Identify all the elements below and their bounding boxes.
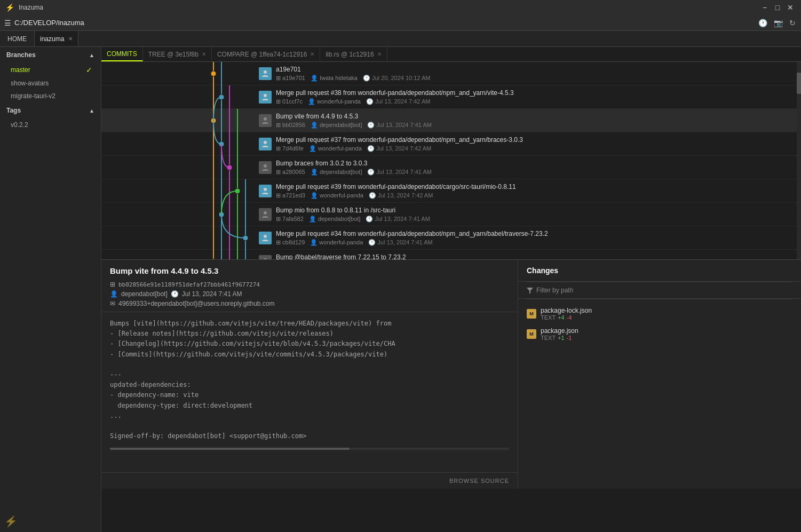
changes-panel: Changes Filter by path M package-lock.js…	[518, 260, 801, 489]
commit-date-5: 🕐 Jul 13, 2024 7:42 AM	[369, 192, 433, 199]
subtab-tree-label: TREE @ 3e15f8b	[148, 51, 199, 58]
commit-meta-0: ⊞ a19e701 👤 Iwata hidetaka 🕐 Jul 20, 202…	[276, 75, 797, 82]
tab-inazuma-close[interactable]: ✕	[68, 36, 73, 42]
commit-detail-hash-row: ⊞ bb028566e91e1189f51defaf27bbb461f96772…	[110, 281, 509, 288]
maximize-button[interactable]: □	[772, 2, 783, 13]
commit-title-1: Merge pull request #38 from wonderful-pa…	[276, 89, 797, 97]
change-item-0[interactable]: M package-lock.json TEXT +4 -4	[518, 304, 801, 324]
commit-author-2: 👤 dependabot[bot]	[311, 122, 362, 129]
refresh-icon[interactable]: ↻	[788, 18, 797, 28]
branch-master-check-icon: ✓	[86, 66, 92, 74]
subtab-compare[interactable]: COMPARE @ 1ffea74-1c12916 ✕	[212, 47, 321, 61]
minimize-button[interactable]: −	[759, 2, 770, 13]
commit-row-7[interactable]: Merge pull request #34 from wonderful-pa…	[101, 226, 801, 250]
camera-icon[interactable]: 📷	[773, 18, 784, 28]
history-icon[interactable]: 🕐	[757, 18, 768, 28]
tab-home[interactable]: HOME	[0, 31, 35, 46]
author-icon: 👤	[110, 290, 118, 298]
close-button[interactable]: ✕	[785, 2, 796, 13]
branch-master[interactable]: master ✓	[0, 63, 101, 77]
tab-inazuma[interactable]: inazuma ✕	[35, 31, 78, 46]
commit-row-3[interactable]: Merge pull request #37 from wonderful-pa…	[101, 132, 801, 156]
commit-info-1: Merge pull request #38 from wonderful-pa…	[276, 89, 797, 105]
commit-hash-6: ⊞ 7afa582	[276, 216, 304, 223]
change-type-label-0: TEXT	[541, 314, 556, 321]
commit-row-2[interactable]: Bump vite from 4.4.9 to 4.5.3 ⊞ bb02856 …	[101, 109, 801, 132]
commit-avatar-6	[259, 208, 272, 221]
changes-header: Changes	[518, 260, 801, 282]
commit-title-3: Merge pull request #37 from wonderful-pa…	[276, 136, 797, 144]
branches-section-header[interactable]: Branches ▲	[0, 47, 101, 63]
commit-meta-2: ⊞ bb02856 👤 dependabot[bot] 🕐 Jul 13, 20…	[276, 122, 797, 129]
commit-detail-email: 49699333+dependabot[bot]@users.noreply.g…	[118, 300, 275, 307]
change-item-1[interactable]: M package.json TEXT +1 -1	[518, 324, 801, 344]
email-icon: ✉	[110, 300, 115, 307]
change-file-info-0: package-lock.json TEXT +4 -4	[541, 307, 792, 321]
commit-meta-5: ⊞ a721ed3 👤 wonderful-panda 🕐 Jul 13, 20…	[276, 192, 797, 199]
subtab-librs[interactable]: lib.rs @ 1c12916 ✕	[320, 47, 387, 61]
commit-info-4: Bump braces from 3.0.2 to 3.0.3 ⊞ a28006…	[276, 160, 797, 176]
commits-scrollbar-thumb[interactable]	[797, 73, 801, 94]
commit-row-5[interactable]: Merge pull request #39 from wonderful-pa…	[101, 179, 801, 203]
commit-date-4: 🕐 Jul 13, 2024 7:41 AM	[367, 169, 431, 176]
branch-show-avatars[interactable]: show-avatars	[0, 77, 101, 90]
change-deletions-1: -1	[567, 335, 572, 341]
commit-row-6[interactable]: Bump mio from 0.8.8 to 0.8.11 in /src-ta…	[101, 203, 801, 226]
commit-row-4[interactable]: Bump braces from 3.0.2 to 3.0.3 ⊞ a28006…	[101, 156, 801, 179]
tag-v0.2.2[interactable]: v0.2.2	[0, 118, 101, 131]
commit-avatar-1	[259, 91, 272, 104]
commit-info-7: Merge pull request #34 from wonderful-pa…	[276, 230, 797, 246]
commit-hash-2: ⊞ bb02856	[276, 122, 305, 129]
svg-point-19	[264, 188, 267, 191]
subtab-librs-close[interactable]: ✕	[377, 51, 382, 57]
tags-section-header[interactable]: Tags ▲	[0, 102, 101, 118]
commit-author-7: 👤 wonderful-panda	[310, 239, 363, 246]
tab-bar: HOME inazuma ✕	[0, 31, 801, 47]
commit-detail-body: Bumps [vite](https://github.com/vitejs/v…	[101, 312, 518, 472]
commit-info-2: Bump vite from 4.4.9 to 4.5.3 ⊞ bb02856 …	[276, 113, 797, 129]
hamburger-icon[interactable]: ☰	[4, 19, 11, 27]
tags-label: Tags	[6, 107, 21, 114]
commit-avatar-0	[259, 67, 272, 80]
commit-info-8: Bump @babel/traverse from 7.22.15 to 7.2…	[276, 253, 797, 260]
filter-label: Filter by path	[536, 287, 573, 294]
commit-title-8: Bump @babel/traverse from 7.22.15 to 7.2…	[276, 253, 797, 260]
commit-author-4: 👤 dependabot[bot]	[311, 169, 362, 176]
subtab-commits[interactable]: COMMITS	[101, 47, 143, 61]
subtab-compare-close[interactable]: ✕	[310, 51, 314, 57]
subtab-bar: COMMITS TREE @ 3e15f8b ✕ COMPARE @ 1ffea…	[101, 47, 801, 62]
commit-date-1: 🕐 Jul 13, 2024 7:42 AM	[366, 98, 430, 105]
commit-meta-4: ⊞ a280065 👤 dependabot[bot] 🕐 Jul 13, 20…	[276, 169, 797, 176]
commit-info-3: Merge pull request #37 from wonderful-pa…	[276, 136, 797, 152]
commit-row-1[interactable]: Merge pull request #38 from wonderful-pa…	[101, 85, 801, 109]
commit-hash-4: ⊞ a280065	[276, 169, 305, 176]
commit-detail-body-text: Bumps [vite](https://github.com/vitejs/v…	[110, 319, 509, 441]
commit-row-0[interactable]: a19e701 ⊞ a19e701 👤 Iwata hidetaka 🕐 Jul…	[101, 62, 801, 85]
changes-filter[interactable]: Filter by path	[518, 282, 801, 299]
commit-hash-3: ⊞ 7d4d6fe	[276, 145, 304, 152]
horizontal-scrollbar[interactable]	[110, 448, 509, 450]
commit-title-0: a19e701	[276, 66, 797, 73]
menu-bar: ☰ C:/DEVELOP/inazuma 🕐 📷 ↻	[0, 15, 801, 31]
commit-meta-3: ⊞ 7d4d6fe 👤 wonderful-panda 🕐 Jul 13, 20…	[276, 145, 797, 152]
commits-list[interactable]: a19e701 ⊞ a19e701 👤 Iwata hidetaka 🕐 Jul…	[101, 62, 801, 259]
subtab-tree[interactable]: TREE @ 3e15f8b ✕	[143, 47, 212, 61]
commit-title-4: Bump braces from 3.0.2 to 3.0.3	[276, 160, 797, 167]
subtab-tree-close[interactable]: ✕	[202, 51, 206, 57]
commit-date-6: 🕐 Jul 13, 2024 7:41 AM	[366, 216, 430, 223]
change-type-label-1: TEXT	[541, 335, 556, 341]
commit-meta-7: ⊞ cb8d129 👤 wonderful-panda 🕐 Jul 13, 20…	[276, 239, 797, 246]
browse-source-button[interactable]: BROWSE SOURCE	[449, 478, 509, 484]
branch-migrate-tauri-v2[interactable]: migrate-tauri-v2	[0, 90, 101, 102]
change-additions-0: +4	[558, 314, 565, 321]
commit-author-5: 👤 wonderful-panda	[311, 192, 363, 199]
change-filename-1: package.json	[541, 327, 792, 335]
commit-avatar-8	[259, 255, 272, 260]
subtab-compare-label: COMPARE @ 1ffea74-1c12916	[217, 51, 307, 58]
change-meta-0: TEXT +4 -4	[541, 314, 792, 321]
title-bar: ⚡ Inazuma − □ ✕	[0, 0, 801, 15]
change-meta-1: TEXT +1 -1	[541, 335, 792, 341]
commit-avatar-5	[259, 185, 272, 197]
branch-master-label: master	[11, 66, 30, 74]
commit-row-8[interactable]: Bump @babel/traverse from 7.22.15 to 7.2…	[101, 250, 801, 259]
